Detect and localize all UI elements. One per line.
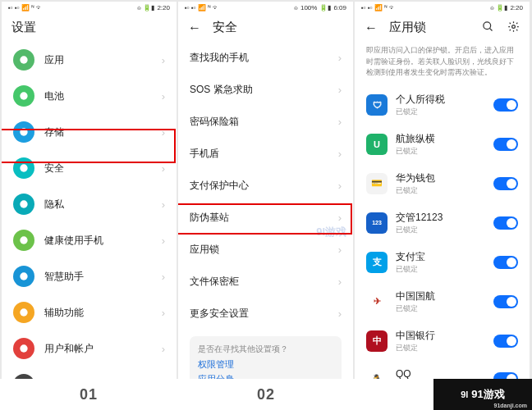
row-label: 智慧助手 — [44, 270, 162, 284]
svg-point-6 — [20, 272, 27, 280]
page-title: 安全 — [213, 20, 237, 35]
chevron-right-icon: › — [162, 54, 165, 66]
security-row[interactable]: 密码保险箱 › — [178, 106, 353, 138]
row-label: 应用 — [44, 53, 162, 67]
row-icon — [13, 266, 34, 287]
settings-row[interactable]: 健康使用手机 › — [2, 222, 177, 258]
security-row[interactable]: SOS 紧急求助 › — [178, 74, 353, 106]
svg-point-0 — [20, 56, 27, 63]
row-label: 手机盾 — [190, 147, 338, 161]
chevron-right-icon: › — [338, 308, 342, 320]
settings-row[interactable]: 智慧助手 › — [2, 258, 177, 294]
status-bar: ▪▫ ▪▫ 📶 ᴺ ᯤ ⌾ 🔋▮2:20 — [2, 2, 177, 13]
security-row[interactable]: 支付保护中心 › — [178, 170, 353, 202]
app-icon: 中 — [366, 330, 388, 352]
row-label: 电池 — [44, 89, 162, 103]
chevron-right-icon: › — [162, 90, 165, 102]
row-icon — [13, 121, 34, 143]
svg-point-8 — [20, 344, 27, 352]
gear-icon[interactable] — [507, 20, 520, 35]
settings-row[interactable]: 电池 › — [2, 78, 177, 114]
settings-row[interactable]: 系统和更新 › — [2, 367, 177, 379]
app-label: 支付宝 — [396, 250, 493, 264]
app-lock-row[interactable]: U 航旅纵横 已锁定 — [355, 125, 530, 164]
app-lock-row[interactable]: 💳 华为钱包 已锁定 — [355, 164, 530, 203]
settings-row[interactable]: 应用 › — [2, 42, 177, 78]
toggle-switch[interactable] — [493, 98, 518, 112]
app-lock-row[interactable]: ✈ 中国国航 已锁定 — [355, 282, 530, 321]
svg-point-13 — [512, 25, 516, 28]
app-label: 中国国航 — [396, 289, 493, 303]
chevron-right-icon: › — [338, 244, 342, 256]
svg-point-5 — [20, 236, 27, 244]
row-icon — [13, 85, 34, 107]
row-icon — [13, 230, 34, 251]
header: ← 安全 — [178, 13, 353, 42]
app-icon: 🛡 — [366, 94, 388, 116]
toggle-switch[interactable] — [493, 256, 518, 269]
settings-row[interactable]: 隐私 › — [2, 186, 177, 222]
app-status: 已锁定 — [396, 186, 493, 196]
app-label: 华为钱包 — [396, 171, 493, 185]
app-status: 已锁定 — [396, 147, 493, 157]
toggle-switch[interactable] — [493, 372, 518, 379]
app-lock-row[interactable]: 🛡 个人所得税 已锁定 — [355, 85, 530, 125]
chevron-right-icon: › — [338, 52, 342, 64]
app-status: 已锁定 — [396, 226, 493, 235]
settings-row[interactable]: 安全 › — [2, 150, 177, 186]
security-row[interactable]: 手机盾 › — [178, 138, 353, 170]
chevron-right-icon: › — [162, 307, 165, 319]
row-label: 存储 — [44, 125, 162, 139]
app-icon: U — [366, 134, 388, 155]
row-label: 防伪基站 — [190, 211, 338, 225]
app-lock-row[interactable]: 123 交管12123 已锁定 — [355, 203, 530, 243]
app-label: QQ — [396, 368, 493, 380]
settings-row[interactable]: 存储 › — [2, 114, 177, 150]
app-status: 已锁定 — [396, 265, 493, 275]
row-icon — [13, 49, 34, 71]
toggle-switch[interactable] — [493, 177, 518, 190]
chevron-right-icon: › — [162, 343, 165, 355]
chevron-right-icon: › — [338, 84, 342, 96]
chevron-right-icon: › — [162, 271, 165, 283]
row-label: 安全 — [44, 162, 162, 175]
row-label: 隐私 — [44, 198, 162, 212]
back-icon[interactable]: ← — [365, 20, 378, 35]
svg-point-11 — [484, 21, 491, 29]
security-row[interactable]: 查找我的手机 › — [178, 42, 353, 74]
row-label: 更多安全设置 — [190, 307, 338, 321]
app-lock-row[interactable]: 支 支付宝 已锁定 — [355, 243, 530, 282]
chevron-right-icon: › — [162, 126, 165, 139]
screen-security: ▪▫ ▪▫ 📶 ᴺ ᯤ ⌾ 100% 🔋▮6:09 ← 安全 查找我的手机 › … — [178, 2, 353, 379]
security-row[interactable]: 更多安全设置 › — [178, 298, 353, 330]
brand-url: 91danji.com — [494, 403, 527, 408]
app-lock-row[interactable]: 🐧 QQ 已锁定 — [355, 361, 530, 380]
svg-point-1 — [20, 92, 27, 99]
screen-app-lock: ▪▫ ▪▫ 📶 ᴺ ᯤ ⌾ 🔋▮2:20 ← 应用锁 即应用访问入口的保护锁。开… — [355, 2, 530, 379]
chevron-right-icon: › — [338, 212, 342, 224]
svg-point-2 — [20, 128, 27, 135]
row-icon — [13, 194, 34, 215]
toggle-switch[interactable] — [493, 138, 518, 151]
brand-name: 91游戏 — [471, 387, 504, 402]
security-row[interactable]: 文件保密柜 › — [178, 266, 353, 298]
link-permissions[interactable]: 权限管理 — [198, 359, 333, 371]
chevron-right-icon: › — [162, 198, 165, 211]
chevron-right-icon: › — [338, 148, 342, 160]
toggle-switch[interactable] — [493, 295, 518, 308]
settings-row[interactable]: 用户和帐户 › — [2, 330, 177, 367]
app-lock-row[interactable]: 中 中国银行 已锁定 — [355, 321, 530, 361]
settings-row[interactable]: 辅助功能 › — [2, 294, 177, 330]
toggle-switch[interactable] — [493, 216, 518, 230]
app-label: 交管12123 — [396, 211, 493, 225]
search-icon[interactable] — [482, 20, 494, 35]
app-label: 个人所得税 — [396, 93, 493, 107]
app-icon: ✈ — [366, 291, 388, 312]
svg-line-12 — [489, 28, 492, 30]
chevron-right-icon: › — [338, 180, 342, 192]
svg-point-4 — [20, 200, 27, 207]
app-label: 航旅纵横 — [396, 132, 493, 146]
page-title: 设置 — [11, 20, 36, 35]
toggle-switch[interactable] — [493, 335, 518, 348]
back-icon[interactable]: ← — [188, 20, 201, 35]
